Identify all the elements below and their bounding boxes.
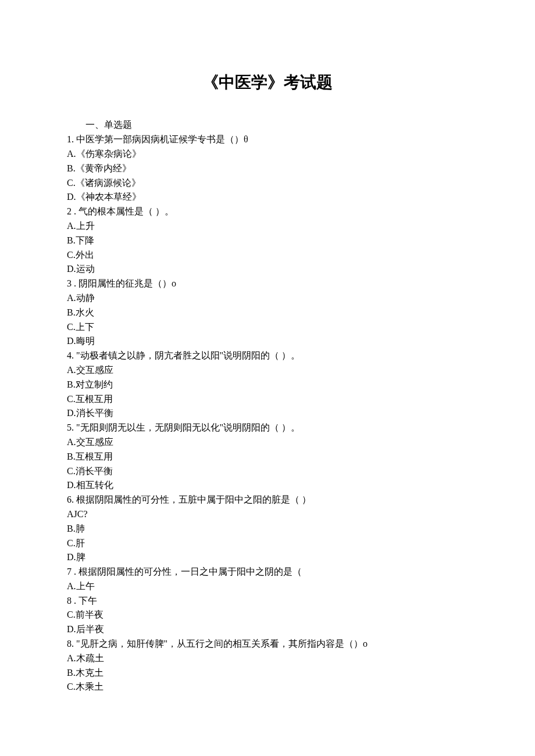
text-line: 8 . 下午 <box>67 594 468 608</box>
text-line: 4. "动极者镇之以静，阴亢者胜之以阳"说明阴阳的（ ）。 <box>67 349 468 363</box>
text-line: C.前半夜 <box>67 608 468 622</box>
text-line: A.交互感应 <box>67 363 468 378</box>
text-line: D.脾 <box>67 550 468 565</box>
text-line: A.动静 <box>67 291 468 306</box>
text-line: 5. "无阳则阴无以生，无阴则阳无以化"说明阴阳的（ ）。 <box>67 421 468 435</box>
text-line: D.运动 <box>67 262 468 277</box>
text-line: C.外出 <box>67 248 468 263</box>
text-line: B.肺 <box>67 522 468 536</box>
text-line: A.《伤寒杂病论》 <box>67 147 468 162</box>
text-line: 1. 中医学第一部病因病机证候学专书是（）θ <box>67 132 468 147</box>
text-line: A.交互感应 <box>67 435 468 450</box>
text-line: B.互根互用 <box>67 450 468 464</box>
text-line: 7 . 根据阴阳属性的可分性，一日之中属于阳中之阴的是（ <box>67 565 468 579</box>
text-line: 3 . 阴阳属性的征兆是（）o <box>67 277 468 291</box>
section-heading: 一、单选题 <box>67 118 468 132</box>
text-line: 8. "见肝之病，知肝传脾"，从五行之间的相互关系看，其所指内容是（）o <box>67 637 468 651</box>
text-line: D.消长平衡 <box>67 406 468 421</box>
text-line: A.木疏土 <box>67 651 468 666</box>
text-line: C.《诸病源候论》 <box>67 176 468 191</box>
text-line: AJC? <box>67 507 468 522</box>
text-line: B.木克土 <box>67 666 468 680</box>
text-line: A.上升 <box>67 219 468 234</box>
text-line: D.相互转化 <box>67 478 468 493</box>
text-line: 2 . 气的根本属性是（ ）。 <box>67 205 468 219</box>
text-line: A.上午 <box>67 579 468 594</box>
text-line: B.水火 <box>67 306 468 320</box>
text-line: C.木乘土 <box>67 680 468 694</box>
question-list: 1. 中医学第一部病因病机证候学专书是（）θA.《伤寒杂病论》B.《黄帝内经》C… <box>67 132 468 694</box>
text-line: D.晦明 <box>67 334 468 349</box>
text-line: D.《神农本草经》 <box>67 190 468 205</box>
text-line: B.《黄帝内经》 <box>67 162 468 176</box>
text-line: C.肝 <box>67 536 468 551</box>
text-line: C.消长平衡 <box>67 464 468 479</box>
text-line: C.互根互用 <box>67 392 468 407</box>
text-line: 6. 根据阴阳属性的可分性，五脏中属于阳中之阳的脏是（ ） <box>67 493 468 507</box>
text-line: C.上下 <box>67 320 468 335</box>
text-line: B.对立制约 <box>67 378 468 392</box>
text-line: D.后半夜 <box>67 622 468 637</box>
text-line: B.下降 <box>67 234 468 248</box>
page-title: 《中医学》考试题 <box>67 70 468 95</box>
